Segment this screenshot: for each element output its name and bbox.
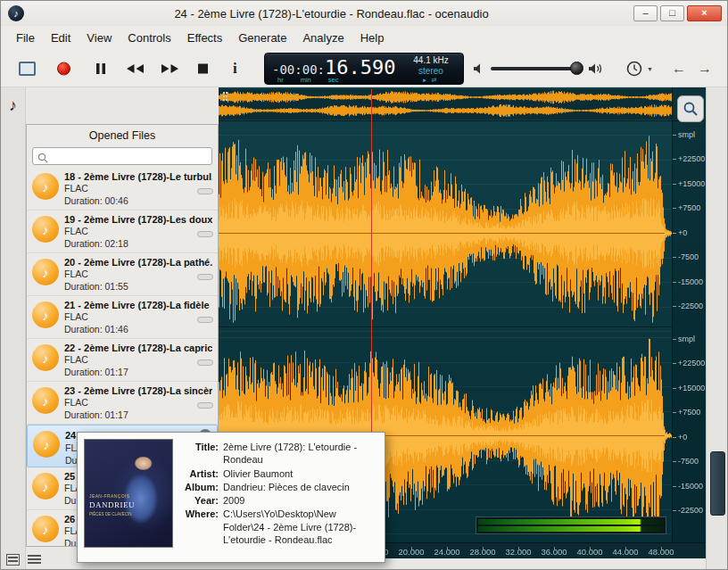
menu-item[interactable]: Help: [352, 27, 393, 49]
file-level-pill: [197, 188, 213, 194]
main-area: ♪ Opened Files ♪ 18 - 2ème Livre (1728)-…: [1, 87, 728, 570]
ruler-label: +15000: [673, 376, 706, 401]
close-button[interactable]: ×: [687, 5, 722, 21]
app-logo-icon[interactable]: ♪: [8, 5, 24, 21]
info-button[interactable]: i: [233, 60, 237, 78]
file-duration: Duration: 01:55: [64, 280, 212, 293]
file-list-item[interactable]: ♪ 23 - 2ème Livre (1728)-La sincèr... × …: [27, 382, 218, 425]
ruler-label: -22500: [673, 499, 706, 524]
ruler-label: smpl: [673, 326, 706, 351]
file-title: 18 - 2ème Livre (1728)-Le turbul...: [64, 171, 212, 182]
time-unit-label: hr: [277, 76, 284, 84]
file-title: 21 - 2ème Livre (1728)-La fidèle ...: [64, 300, 212, 310]
file-title: 22 - 2ème Livre (1728)-La capric...: [64, 343, 212, 353]
file-duration: Duration: 00:46: [64, 194, 212, 207]
vertical-scrollbar-thumb[interactable]: [710, 451, 725, 516]
file-list-item[interactable]: ♪ 18 - 2ème Livre (1728)-Le turbul... FL…: [27, 168, 218, 211]
menu-item[interactable]: Generate: [230, 27, 294, 49]
rewind-button[interactable]: [126, 63, 145, 74]
ruler-label: +0: [673, 425, 706, 450]
timeline-label: 40.000: [572, 547, 608, 558]
ruler-label: -7500: [673, 450, 706, 475]
file-format: FLAC: [64, 353, 212, 366]
selection-tool-button[interactable]: [19, 62, 36, 76]
sidebar-tab-strip: ♪: [1, 87, 26, 570]
volume-slider-track[interactable]: [491, 67, 578, 70]
pause-button[interactable]: [95, 62, 106, 75]
ruler-label: -7500: [673, 245, 706, 270]
ruler-label: +22500: [673, 147, 706, 172]
ruler-scale-right: smpl+22500+15000+7500+0-7500-15000-22500: [673, 326, 706, 523]
magnifier-icon: [682, 101, 699, 117]
ruler-label: +22500: [673, 351, 706, 376]
file-duration: Duration: 02:18: [64, 237, 212, 250]
toolbar: i -00:00:16.590 hrminsec 44.1 kHz stereo…: [1, 50, 727, 87]
time-format-dropdown-icon[interactable]: ▼: [647, 65, 653, 71]
menu-item[interactable]: View: [79, 27, 120, 49]
ruler-label: +7500: [673, 196, 706, 221]
stop-button[interactable]: [197, 62, 209, 74]
panel-splitter-grip[interactable]: [221, 91, 230, 103]
file-list-item[interactable]: ♪ 22 - 2ème Livre (1728)-La capric... FL…: [27, 339, 218, 382]
amplitude-ruler[interactable]: smpl+22500+15000+7500+0-7500-15000-22500…: [672, 87, 706, 542]
playback-mode-icons: ▸ ⇄: [406, 77, 456, 84]
music-note-icon: ♪: [33, 431, 60, 458]
menu-item[interactable]: Controls: [120, 27, 178, 49]
music-note-icon: ♪: [32, 344, 59, 371]
menu-bar: FileEditViewControlsEffectsGenerateAnaly…: [1, 26, 727, 50]
list-view-icon[interactable]: [28, 554, 41, 566]
music-note-icon: ♪: [32, 473, 59, 500]
file-duration: Duration: 01:17: [64, 409, 212, 421]
volume-high-icon: [588, 62, 605, 75]
title-bar: ♪ 24 - 2ème Livre (1728)-L'etourdie - Ro…: [1, 1, 727, 26]
file-title: 19 - 2ème Livre (1728)-Les doux...: [64, 214, 212, 225]
tooltip-field: Title: 2ème Livre (1728): L'etourdie - R…: [181, 441, 378, 467]
tooltip-field-label: Album:: [181, 481, 219, 493]
tooltip-field-label: Year:: [181, 494, 219, 507]
timeline-label: 32.000: [500, 547, 536, 558]
time-display: -00:00:16.590 hrminsec 44.1 kHz stereo ▸…: [264, 53, 464, 85]
opened-files-tab-icon[interactable]: ♪: [1, 96, 25, 115]
menu-item[interactable]: File: [8, 27, 43, 49]
timeline-label: 48.000: [643, 547, 679, 558]
menu-item[interactable]: Analyze: [294, 27, 352, 49]
next-arrow-button[interactable]: →: [698, 61, 712, 77]
clock-icon: [625, 60, 643, 78]
file-format: FLAC: [64, 310, 212, 323]
level-meter: [476, 516, 666, 534]
sample-rate: 44.1 kHz: [406, 55, 456, 65]
file-list-item[interactable]: ♪ 20 - 2ème Livre (1728)-La pathé... FLA…: [27, 253, 218, 296]
minimize-button[interactable]: –: [633, 5, 658, 21]
search-input[interactable]: [32, 147, 212, 165]
previous-arrow-button[interactable]: ←: [672, 61, 686, 77]
file-title: 23 - 2ème Livre (1728)-La sincèr...: [64, 385, 212, 396]
time-format-button[interactable]: [625, 60, 643, 78]
file-format: FLAC: [64, 182, 212, 194]
maximize-button[interactable]: □: [660, 5, 684, 21]
file-list-item[interactable]: ♪ 19 - 2ème Livre (1728)-Les doux... FLA…: [27, 211, 218, 253]
file-level-pill: [197, 317, 213, 323]
file-list-item[interactable]: ♪ 21 - 2ème Livre (1728)-La fidèle ... F…: [27, 296, 218, 339]
grid-view-icon[interactable]: [6, 554, 20, 566]
stop-icon: [197, 62, 209, 74]
file-duration: Duration: 01:46: [64, 323, 212, 335]
search-icon: [37, 151, 48, 167]
music-note-icon: ♪: [32, 173, 59, 200]
waveform-overview[interactable]: [219, 89, 672, 120]
fast-forward-button[interactable]: [161, 63, 179, 74]
menu-item[interactable]: Effects: [179, 27, 231, 49]
menu-item[interactable]: Edit: [43, 27, 79, 49]
record-button[interactable]: [57, 62, 70, 75]
tooltip-field: Artist: Olivier Baumont: [181, 467, 378, 480]
file-format: FLAC: [64, 268, 212, 280]
file-level-pill: [197, 231, 213, 237]
volume-low-icon: [473, 62, 487, 75]
tooltip-field: Year: 2009: [181, 494, 378, 507]
file-level-pill: [197, 274, 213, 280]
tooltip-field-label: Where:: [181, 508, 219, 546]
volume-slider-knob[interactable]: [570, 62, 583, 75]
waveform-channel-left[interactable]: [219, 124, 672, 342]
tooltip-field-value: Olivier Baumont: [223, 467, 378, 480]
zoom-button[interactable]: [677, 95, 704, 122]
channel-mode: stereo: [406, 66, 456, 76]
